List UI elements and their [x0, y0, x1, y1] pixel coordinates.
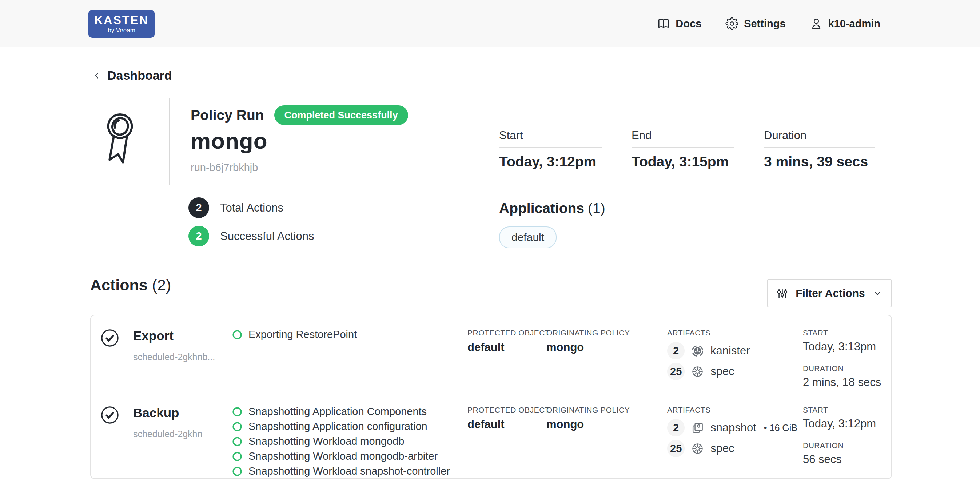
logo-text-by-veeam: by Veeam: [108, 27, 135, 33]
action-status-check-circle-icon: [100, 406, 119, 425]
artifact-count-badge: 25: [667, 440, 685, 457]
sliders-icon: [776, 287, 788, 300]
phase-ring-icon: [232, 407, 242, 417]
nav-item-settings[interactable]: Settings: [725, 17, 785, 30]
actions-count: (2): [152, 276, 171, 294]
artifacts-label: ARTIFACTS: [667, 328, 750, 337]
action-row-backup[interactable]: Backupscheduled-2gkhnSnapshotting Applic…: [91, 387, 891, 478]
start-label: START: [803, 328, 881, 337]
action-name-column: Exportscheduled-2gkhnb...: [133, 328, 215, 362]
chevron-down-icon: [872, 288, 883, 298]
breadcrumb-back-dashboard[interactable]: Dashboard: [92, 68, 172, 82]
chevron-left-icon: [92, 70, 102, 81]
artifact-label: snapshot: [710, 421, 756, 434]
phase-item: Snapshotting Application configuration: [232, 420, 450, 433]
policy-run-id: run-b6j7rbkhjb: [191, 162, 408, 174]
actions-heading: Actions(2): [90, 276, 171, 294]
artifact-label: kanister: [710, 344, 750, 357]
phase-ring-icon: [232, 330, 242, 340]
logo-text-kasten: KASTEN: [94, 14, 149, 26]
kanister-icon: [691, 344, 704, 358]
phase-item: Snapshotting Workload mongodb-arbiter: [232, 450, 450, 462]
stat-label: End: [632, 129, 735, 148]
kasten-logo[interactable]: KASTEN by Veeam: [88, 10, 154, 38]
action-status-check-circle-icon: [100, 328, 119, 347]
originating-policy-value: mongo: [546, 418, 630, 431]
header-nav: DocsSettingsk10-admin: [657, 0, 880, 47]
hero-divider: [169, 98, 170, 185]
artifact-item: 2kanister: [667, 342, 750, 359]
start-value: Today, 3:12pm: [803, 417, 876, 430]
action-name: Backup: [133, 406, 202, 420]
action-name-column: Backupscheduled-2gkhn: [133, 406, 202, 439]
applications-count: (1): [588, 200, 605, 216]
timing-column: STARTToday, 3:12pmDURATION56 secs: [803, 406, 876, 466]
duration-value: 2 mins, 18 secs: [803, 376, 881, 389]
user-icon: [810, 17, 823, 30]
action-id: scheduled-2gkhnb...: [133, 352, 215, 362]
counter-successful-actions: 2Successful Actions: [188, 226, 314, 246]
top-header: KASTEN by Veeam DocsSettingsk10-admin: [0, 0, 980, 47]
originating-policy-label: ORIGINATING POLICY: [546, 328, 630, 337]
artifacts-list: 2kanister25spec: [667, 342, 750, 380]
stat-label: Start: [499, 129, 602, 148]
stat-duration: Duration3 mins, 39 secs: [764, 129, 875, 170]
action-phases: Snapshotting Application ComponentsSnaps…: [232, 406, 450, 477]
protected-object-column: PROTECTED OBJECTdefault: [468, 406, 550, 431]
phase-item: Exporting RestorePoint: [232, 328, 357, 341]
phase-ring-icon: [232, 466, 242, 476]
phase-item: Snapshotting Workload snapshot-controlle…: [232, 465, 450, 477]
policy-run-header: Policy Run Completed Successfully mongo …: [191, 105, 408, 174]
originating-policy-label: ORIGINATING POLICY: [546, 406, 630, 414]
book-icon: [657, 17, 670, 30]
nav-item-label: Docs: [676, 18, 702, 30]
protected-object-label: PROTECTED OBJECT: [468, 406, 550, 414]
artifacts-column: ARTIFACTS2snapshot• 16 GiB25spec: [667, 406, 797, 457]
phase-label: Snapshotting Workload mongodb-arbiter: [248, 450, 438, 462]
policy-run-ribbon-icon: [100, 103, 140, 174]
start-label: START: [803, 406, 876, 414]
start-value: Today, 3:13pm: [803, 340, 881, 353]
artifact-count-badge: 2: [667, 419, 685, 436]
action-id: scheduled-2gkhn: [133, 429, 202, 439]
timing-column: STARTToday, 3:13pmDURATION2 mins, 18 sec…: [803, 328, 881, 389]
protected-object-value: default: [468, 418, 550, 431]
artifact-label: spec: [710, 442, 734, 455]
counter-total-actions: 2Total Actions: [188, 197, 314, 218]
gear-icon: [725, 17, 738, 30]
nav-item-docs[interactable]: Docs: [657, 17, 702, 30]
stat-value: Today, 3:15pm: [632, 154, 735, 170]
duration-label: DURATION: [803, 441, 876, 450]
application-tag[interactable]: default: [499, 227, 557, 248]
run-time-stats: StartToday, 3:12pmEndToday, 3:15pmDurati…: [499, 129, 875, 170]
artifact-item: 2snapshot• 16 GiB: [667, 419, 797, 436]
action-row-export[interactable]: Exportscheduled-2gkhnb...Exporting Resto…: [91, 316, 891, 387]
duration-label: DURATION: [803, 364, 881, 373]
filter-actions-button[interactable]: Filter Actions: [767, 279, 892, 308]
artifacts-list: 2snapshot• 16 GiB25spec: [667, 419, 797, 457]
action-counters: 2Total Actions2Successful Actions: [188, 197, 314, 246]
policy-run-page: KASTEN by Veeam DocsSettingsk10-admin Da…: [0, 0, 980, 495]
phase-label: Snapshotting Application Components: [248, 406, 427, 417]
policy-run-type-label: Policy Run: [191, 107, 264, 123]
counter-badge: 2: [188, 197, 209, 218]
actions-list: Exportscheduled-2gkhnb...Exporting Resto…: [90, 315, 892, 479]
nav-item-label: k10-admin: [828, 18, 880, 30]
duration-value: 56 secs: [803, 453, 876, 466]
application-tags: default: [499, 227, 605, 248]
phase-label: Snapshotting Workload snapshot-controlle…: [248, 465, 450, 477]
nav-item-k10-admin[interactable]: k10-admin: [810, 17, 880, 30]
protected-object-value: default: [468, 341, 550, 354]
artifact-size-detail: • 16 GiB: [764, 423, 797, 433]
artifact-label: spec: [710, 365, 734, 378]
action-name: Export: [133, 328, 215, 343]
stat-value: Today, 3:12pm: [499, 154, 602, 170]
stat-start: StartToday, 3:12pm: [499, 129, 602, 170]
phase-label: Snapshotting Workload mongodb: [248, 435, 404, 447]
protected-object-label: PROTECTED OBJECT: [468, 328, 550, 337]
stat-label: Duration: [764, 129, 875, 148]
policy-run-name: mongo: [191, 128, 408, 154]
artifact-item: 25spec: [667, 363, 750, 380]
artifacts-column: ARTIFACTS2kanister25spec: [667, 328, 750, 380]
originating-policy-column: ORIGINATING POLICYmongo: [546, 328, 630, 354]
